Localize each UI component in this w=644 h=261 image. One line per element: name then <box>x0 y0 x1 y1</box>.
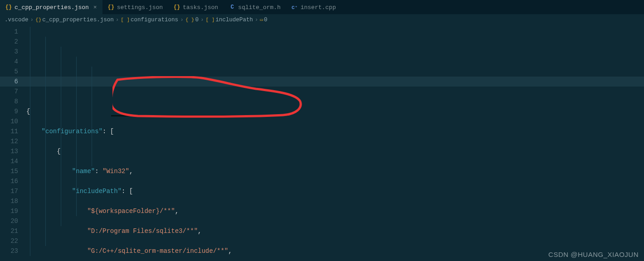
file-icon: C <box>229 4 235 10</box>
line-number: 4 <box>0 57 18 67</box>
tab-label: tasks.json <box>183 4 218 11</box>
breadcrumb-icon: { } <box>185 17 195 23</box>
line-number: 11 <box>0 126 18 136</box>
watermark: CSDN @HUANG_XIAOJUN <box>548 251 639 258</box>
breadcrumb-item[interactable]: ▭0 <box>260 17 267 23</box>
breadcrumb-item[interactable]: {}c_cpp_properties.json <box>35 17 114 23</box>
file-icon: {} <box>174 4 180 10</box>
line-number: 9 <box>0 106 18 116</box>
close-icon[interactable]: × <box>93 4 97 11</box>
code-line[interactable]: "${workspaceFolder}/**", <box>26 206 644 216</box>
tab-label: c_cpp_properties.json <box>15 4 89 11</box>
line-number: 14 <box>0 156 18 166</box>
breadcrumb-label: 0 <box>264 17 268 23</box>
annotation-shadow <box>111 115 252 116</box>
breadcrumb: .vscode›{}c_cpp_properties.json›[ ]confi… <box>0 14 644 25</box>
breadcrumb-label: configurations <box>131 17 178 23</box>
line-number: 17 <box>0 186 18 196</box>
line-number: 23 <box>0 246 18 256</box>
tab-sqlite-orm-h[interactable]: Csqlite_orm.h <box>224 0 286 14</box>
code-line[interactable]: "D:/Program Files/sqlite3/**", <box>26 226 644 236</box>
chevron-right-icon: › <box>200 17 204 23</box>
chevron-right-icon: › <box>180 17 184 23</box>
breadcrumb-item[interactable]: [ ]includePath <box>205 17 253 23</box>
tab-label: settings.json <box>117 4 163 11</box>
tab-c-cpp-properties-json[interactable]: {}c_cpp_properties.json× <box>0 0 102 14</box>
tab-label: sqlite_orm.h <box>238 4 281 11</box>
code-line[interactable]: "configurations": [ <box>26 126 644 136</box>
breadcrumb-icon: [ ] <box>205 17 215 23</box>
line-number: 8 <box>0 97 18 106</box>
line-number: 12 <box>0 136 18 146</box>
breadcrumb-item[interactable]: { }0 <box>185 17 199 23</box>
breadcrumb-label: includePath <box>215 17 253 23</box>
chevron-right-icon: › <box>255 17 259 23</box>
breadcrumb-label: c_cpp_properties.json <box>42 17 114 23</box>
line-number: 1 <box>0 27 18 37</box>
line-number: 19 <box>0 206 18 216</box>
editor-area[interactable]: 1234567891011121314151617181920212223 { … <box>0 25 644 261</box>
code-content[interactable]: { "configurations": [ { "name": "Win32",… <box>26 25 644 261</box>
breadcrumb-item[interactable]: .vscode <box>5 17 29 23</box>
tab-tasks-json[interactable]: {}tasks.json <box>168 0 224 14</box>
line-number: 21 <box>0 226 18 236</box>
tab-bar: {}c_cpp_properties.json×{}settings.json{… <box>0 0 644 14</box>
code-line[interactable]: "includePath": [ <box>26 186 644 196</box>
tab-settings-json[interactable]: {}settings.json <box>102 0 168 14</box>
code-line[interactable]: "name": "Win32", <box>26 166 644 176</box>
breadcrumb-icon: {} <box>35 17 41 23</box>
line-number-gutter: 1234567891011121314151617181920212223 <box>0 25 26 261</box>
line-number: 20 <box>0 216 18 226</box>
file-icon: {} <box>5 4 12 10</box>
line-number: 7 <box>0 87 18 97</box>
line-number: 18 <box>0 196 18 206</box>
tab-label: insert.cpp <box>301 4 336 11</box>
tab-insert-cpp[interactable]: C⁺insert.cpp <box>286 0 342 14</box>
breadcrumb-label: 0 <box>195 17 199 23</box>
line-number: 15 <box>0 166 18 176</box>
line-number: 2 <box>0 37 18 47</box>
line-number: 10 <box>0 116 18 126</box>
breadcrumb-icon: [ ] <box>121 17 130 23</box>
line-number: 16 <box>0 176 18 186</box>
line-number: 5 <box>0 67 18 77</box>
breadcrumb-icon: ▭ <box>260 17 263 23</box>
line-number: 22 <box>0 236 18 246</box>
breadcrumb-label: .vscode <box>5 17 29 23</box>
chevron-right-icon: › <box>30 17 34 23</box>
file-icon: {} <box>108 4 114 10</box>
code-line[interactable]: { <box>26 146 644 156</box>
line-number: 13 <box>0 146 18 156</box>
chevron-right-icon: › <box>116 17 119 23</box>
line-number: 3 <box>0 47 18 57</box>
file-icon: C⁺ <box>292 4 298 10</box>
breadcrumb-item[interactable]: [ ]configurations <box>121 17 178 23</box>
